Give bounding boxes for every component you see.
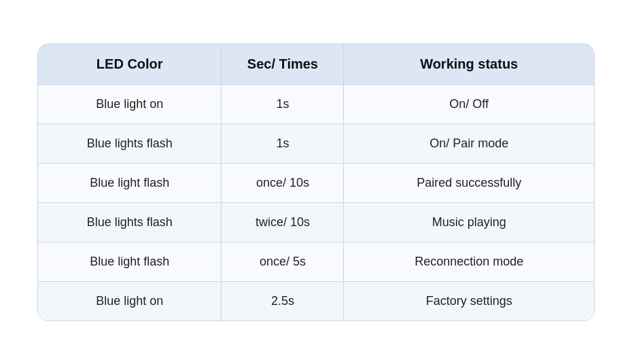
cell-working-status: Music playing bbox=[344, 202, 594, 242]
cell-sec-times: 1s bbox=[222, 84, 344, 124]
led-status-table: LED Color Sec/ Times Working status Blue… bbox=[38, 44, 594, 321]
led-status-table-container: LED Color Sec/ Times Working status Blue… bbox=[37, 43, 595, 321]
cell-working-status: On/ Pair mode bbox=[344, 124, 594, 163]
table-row: Blue light on2.5sFactory settings bbox=[38, 281, 594, 321]
cell-sec-times: twice/ 10s bbox=[222, 202, 344, 242]
cell-working-status: Paired successfully bbox=[344, 163, 594, 202]
cell-led-color: Blue light on bbox=[38, 281, 222, 321]
cell-working-status: Reconnection mode bbox=[344, 242, 594, 281]
cell-sec-times: once/ 5s bbox=[222, 242, 344, 281]
cell-working-status: On/ Off bbox=[344, 84, 594, 124]
table-row: Blue lights flashtwice/ 10sMusic playing bbox=[38, 202, 594, 242]
table-row: Blue light on1sOn/ Off bbox=[38, 84, 594, 124]
cell-led-color: Blue light flash bbox=[38, 242, 222, 281]
cell-led-color: Blue light on bbox=[38, 84, 222, 124]
header-sec-times: Sec/ Times bbox=[222, 44, 344, 85]
cell-led-color: Blue lights flash bbox=[38, 124, 222, 163]
cell-working-status: Factory settings bbox=[344, 281, 594, 321]
cell-sec-times: once/ 10s bbox=[222, 163, 344, 202]
table-header-row: LED Color Sec/ Times Working status bbox=[38, 44, 594, 85]
header-led-color: LED Color bbox=[38, 44, 222, 85]
header-working-status: Working status bbox=[344, 44, 594, 85]
cell-led-color: Blue lights flash bbox=[38, 202, 222, 242]
table-row: Blue light flashonce/ 5sReconnection mod… bbox=[38, 242, 594, 281]
cell-sec-times: 2.5s bbox=[222, 281, 344, 321]
cell-led-color: Blue light flash bbox=[38, 163, 222, 202]
cell-sec-times: 1s bbox=[222, 124, 344, 163]
table-row: Blue lights flash1sOn/ Pair mode bbox=[38, 124, 594, 163]
table-row: Blue light flashonce/ 10sPaired successf… bbox=[38, 163, 594, 202]
